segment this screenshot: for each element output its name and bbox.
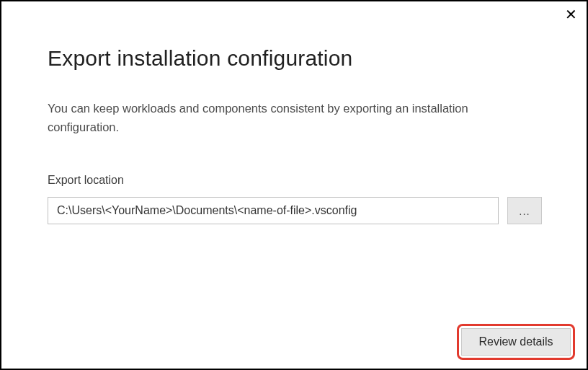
review-details-button[interactable]: Review details	[461, 328, 571, 356]
dialog-content: Export installation configuration You ca…	[1, 1, 587, 224]
export-location-row: ...	[48, 197, 542, 224]
close-icon: ✕	[565, 7, 577, 22]
dialog-frame: ✕ Export installation configuration You …	[0, 0, 588, 370]
browse-button[interactable]: ...	[507, 197, 542, 224]
close-button[interactable]: ✕	[561, 4, 581, 25]
dialog-title: Export installation configuration	[48, 46, 542, 71]
dialog-description: You can keep workloads and components co…	[48, 100, 509, 136]
dialog-footer: Review details	[461, 328, 571, 356]
export-location-label: Export location	[48, 174, 542, 187]
export-location-input[interactable]	[48, 197, 499, 224]
ellipsis-icon: ...	[519, 205, 530, 217]
